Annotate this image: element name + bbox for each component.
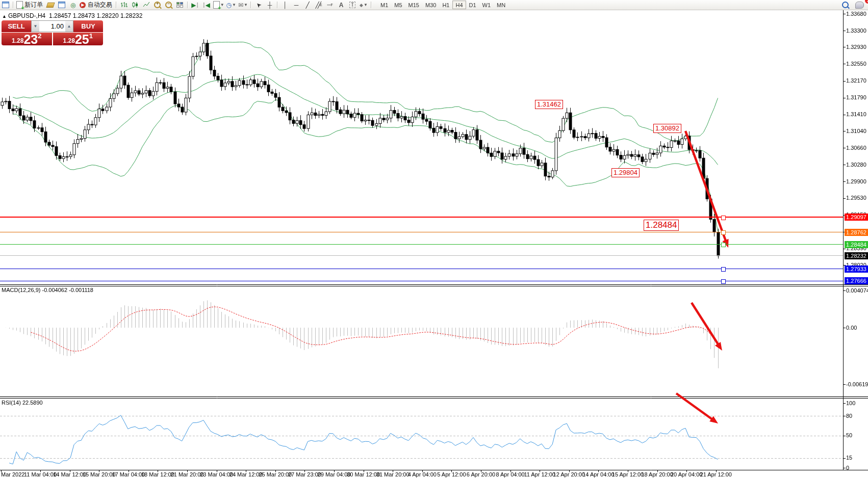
chart-title: ▲GBPUSD-,H4 1.28457 1.28473 1.28220 1.28… <box>2 12 142 19</box>
chart-shift-button[interactable]: ┆◀ <box>201 1 212 9</box>
candle-chart-icon <box>132 2 139 8</box>
eraser-button[interactable] <box>45 1 56 9</box>
cursor-tool-button[interactable]: ➤ <box>253 1 264 9</box>
text-icon: A <box>339 2 344 9</box>
price-line-1.28762[interactable] <box>0 232 843 232</box>
channel-icon: ╱╱ <box>315 2 319 9</box>
price-line-label: 1.28762 <box>845 229 868 236</box>
chat-bubble-icon <box>855 2 864 9</box>
sell-button[interactable]: SELL <box>2 20 31 32</box>
new-order-button[interactable]: 新订单 <box>15 1 45 9</box>
sell-price-display[interactable]: 1.28232 <box>2 33 52 45</box>
time-tick-label: 4 Apr 04:00 <box>408 471 437 477</box>
hline-tool-button[interactable]: ─ <box>291 1 302 9</box>
autotrade-icon: ▶ <box>80 2 86 8</box>
line-anchor-handle[interactable] <box>721 279 726 284</box>
signals-button[interactable]: ◎ <box>67 1 79 9</box>
indicators-button[interactable]: ▼ <box>212 1 225 9</box>
price-callout[interactable]: 1.31462 <box>535 100 563 109</box>
price-tick-label: 1.33300 <box>846 28 866 34</box>
line-anchor-handle[interactable] <box>721 243 726 247</box>
line-anchor-handle[interactable] <box>721 230 726 235</box>
time-tick-label: Mar 2022 <box>1 471 24 477</box>
fibonacci-icon: ┄ <box>327 2 330 9</box>
chart-window-icon[interactable] <box>0 1 11 9</box>
price-line-1.27666[interactable] <box>0 281 843 281</box>
new-order-label: 新订单 <box>24 1 43 9</box>
time-tick-label: 17 Mar 04:00 <box>112 471 145 477</box>
time-tick-label: 14 Apr 04:00 <box>582 471 614 477</box>
label-tool-button[interactable]: T <box>347 1 358 9</box>
templates-button[interactable]: ✉▼ <box>237 1 249 9</box>
volume-input[interactable] <box>39 21 65 32</box>
horizontal-line-icon: ─ <box>294 2 299 9</box>
price-line-1.28232[interactable] <box>0 255 843 256</box>
line-anchor-handle[interactable] <box>721 267 726 272</box>
vline-tool-button[interactable]: │ <box>279 1 291 9</box>
ohlc-values: 1.28457 1.28473 1.28220 1.28232 <box>49 12 143 19</box>
tile-windows-icon <box>176 2 183 8</box>
price-line-label: 1.27933 <box>845 265 868 273</box>
price-tick-label: 1.29530 <box>846 195 866 201</box>
line-chart-icon <box>143 2 150 8</box>
buy-button[interactable]: BUY <box>73 20 103 32</box>
market-watch-button[interactable] <box>56 1 67 9</box>
shapes-icon: ◆ <box>360 3 363 8</box>
text-tool-button[interactable]: A <box>336 1 347 9</box>
timeframe-h1[interactable]: H1 <box>439 1 452 9</box>
time-tick-label: 25 Mar 20:00 <box>259 471 292 477</box>
toolbar-separator <box>187 2 188 8</box>
zoom-in-button[interactable]: + <box>152 1 163 9</box>
timeframe-m30[interactable]: M30 <box>422 1 439 9</box>
clock-icon: ◷ <box>226 2 232 9</box>
price-callout[interactable]: 1.30892 <box>653 124 681 133</box>
price-line-label: 1.29097 <box>845 214 868 221</box>
line-chart-button[interactable] <box>141 1 152 9</box>
buy-price-display[interactable]: 1.28251 <box>53 33 104 45</box>
shapes-tool-button[interactable]: ◆▼ <box>358 1 369 9</box>
time-tick-label: 8 Apr 04:00 <box>496 471 524 477</box>
price-line-1.29097[interactable] <box>0 217 843 218</box>
line-anchor-handle[interactable] <box>721 216 726 220</box>
fibo-tool-button[interactable]: ┄F <box>324 1 336 9</box>
tile-windows-button[interactable] <box>174 1 186 9</box>
price-line-1.28484[interactable] <box>0 244 843 245</box>
price-tick-label: 1.32170 <box>846 77 866 84</box>
price-callout[interactable]: 1.29804 <box>611 168 640 177</box>
volume-decrease-button[interactable]: ▼ <box>32 21 39 32</box>
time-tick-label: 18 Mar 12:00 <box>141 471 174 477</box>
timeframe-w1[interactable]: W1 <box>479 1 494 9</box>
timeframe-h4[interactable]: H4 <box>452 1 466 9</box>
signal-icon: ◎ <box>70 2 75 9</box>
time-tick-label: 27 Mar 23:00 <box>288 471 321 477</box>
rsi-label: RSI(14) 22.5890 <box>2 400 43 406</box>
autotrade-button[interactable]: ▶ 自动交易 <box>79 1 114 9</box>
trendline-tool-button[interactable]: ╱ <box>302 1 313 9</box>
notifications-button[interactable]: 1 <box>854 1 865 9</box>
time-tick-label: 31 Mar 20:00 <box>376 471 410 477</box>
candle-chart-button[interactable] <box>130 1 141 9</box>
zoom-out-button[interactable]: − <box>163 1 174 9</box>
one-click-trading-panel: SELL ▼ ▲ BUY 1.28232 1.28251 <box>2 20 103 45</box>
timeframe-m15[interactable]: M15 <box>405 1 422 9</box>
volume-increase-button[interactable]: ▲ <box>65 21 73 32</box>
chart-canvas[interactable] <box>0 0 868 478</box>
toolbar-separator <box>277 2 278 8</box>
crosshair-tool-button[interactable]: ┼ <box>264 1 275 9</box>
timeframe-m5[interactable]: M5 <box>391 1 405 9</box>
bar-chart-icon <box>120 2 127 8</box>
time-tick-label: 5 Apr 12:00 <box>437 471 466 477</box>
timeframe-mn[interactable]: MN <box>494 1 508 9</box>
bar-chart-button[interactable] <box>118 1 130 9</box>
timeframe-d1[interactable]: D1 <box>466 1 479 9</box>
price-callout[interactable]: 1.28484 <box>644 220 679 231</box>
auto-scroll-button[interactable]: ▶┆ <box>190 1 201 9</box>
price-line-1.27933[interactable] <box>0 269 843 269</box>
rsi-axis-label: 80 <box>846 413 852 419</box>
price-tick-label: 1.29900 <box>846 178 866 185</box>
periods-button[interactable]: ◷▼ <box>225 1 237 9</box>
price-tick-label: 1.32550 <box>846 61 866 67</box>
timeframe-m1[interactable]: M1 <box>377 1 391 9</box>
channel-tool-button[interactable]: ╱╱E <box>313 1 324 9</box>
search-button[interactable] <box>839 1 851 9</box>
